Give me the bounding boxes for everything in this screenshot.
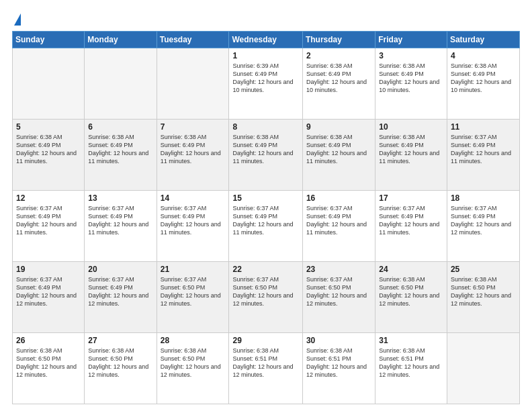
day-number: 3 [379,51,443,60]
day-info: Sunrise: 6:38 AM Sunset: 6:51 PM Dayligh… [306,347,371,379]
day-number: 5 [16,122,81,132]
calendar-header-friday: Friday [375,32,447,48]
day-info: Sunrise: 6:37 AM Sunset: 6:49 PM Dayligh… [451,204,516,237]
calendar-header-saturday: Saturday [447,32,519,48]
day-number: 20 [88,265,152,274]
calendar-week-row: 26Sunrise: 6:38 AM Sunset: 6:50 PM Dayli… [13,333,520,404]
day-info: Sunrise: 6:37 AM Sunset: 6:49 PM Dayligh… [88,204,152,237]
day-number: 30 [306,336,371,345]
day-info: Sunrise: 6:37 AM Sunset: 6:49 PM Dayligh… [451,133,516,166]
day-info: Sunrise: 6:39 AM Sunset: 6:49 PM Dayligh… [232,62,298,95]
day-number: 4 [451,51,516,60]
day-number: 13 [88,193,152,203]
calendar-day-cell: 17Sunrise: 6:37 AM Sunset: 6:49 PM Dayli… [375,191,447,262]
calendar-day-cell: 13Sunrise: 6:37 AM Sunset: 6:49 PM Dayli… [85,191,157,262]
day-number: 11 [451,122,516,132]
day-number: 24 [379,265,443,274]
calendar-day-cell: 16Sunrise: 6:37 AM Sunset: 6:49 PM Dayli… [302,191,375,262]
calendar-day-cell: 28Sunrise: 6:38 AM Sunset: 6:50 PM Dayli… [157,333,229,404]
calendar-day-cell: 19Sunrise: 6:37 AM Sunset: 6:49 PM Dayli… [13,262,85,333]
header [12,12,520,26]
calendar-day-cell: 3Sunrise: 6:38 AM Sunset: 6:49 PM Daylig… [375,48,447,120]
day-info: Sunrise: 6:38 AM Sunset: 6:51 PM Dayligh… [232,347,298,379]
day-info: Sunrise: 6:37 AM Sunset: 6:50 PM Dayligh… [161,275,226,308]
calendar-day-cell: 11Sunrise: 6:37 AM Sunset: 6:49 PM Dayli… [447,120,519,191]
day-number: 25 [451,265,516,274]
calendar-day-cell: 27Sunrise: 6:38 AM Sunset: 6:50 PM Dayli… [85,333,157,404]
day-info: Sunrise: 6:38 AM Sunset: 6:49 PM Dayligh… [306,62,371,95]
calendar-day-cell: 21Sunrise: 6:37 AM Sunset: 6:50 PM Dayli… [157,262,229,333]
day-number: 10 [379,122,443,132]
calendar-header-thursday: Thursday [302,32,375,48]
day-number: 22 [232,265,298,274]
day-number: 29 [232,336,298,345]
calendar-header-wednesday: Wednesday [229,32,302,48]
calendar-day-cell: 18Sunrise: 6:37 AM Sunset: 6:49 PM Dayli… [447,191,519,262]
calendar-header-monday: Monday [85,32,157,48]
calendar-week-row: 19Sunrise: 6:37 AM Sunset: 6:49 PM Dayli… [13,262,520,333]
calendar-day-cell: 15Sunrise: 6:37 AM Sunset: 6:49 PM Dayli… [229,191,302,262]
calendar-day-cell: 29Sunrise: 6:38 AM Sunset: 6:51 PM Dayli… [229,333,302,404]
calendar-week-row: 5Sunrise: 6:38 AM Sunset: 6:49 PM Daylig… [13,120,520,191]
day-number: 12 [16,193,81,203]
day-info: Sunrise: 6:38 AM Sunset: 6:49 PM Dayligh… [379,133,443,166]
calendar-day-cell: 31Sunrise: 6:38 AM Sunset: 6:51 PM Dayli… [375,333,447,404]
calendar-day-cell: 5Sunrise: 6:38 AM Sunset: 6:49 PM Daylig… [13,120,85,191]
day-info: Sunrise: 6:37 AM Sunset: 6:49 PM Dayligh… [16,275,81,308]
calendar-day-cell [447,333,519,404]
calendar-day-cell: 26Sunrise: 6:38 AM Sunset: 6:50 PM Dayli… [13,333,85,404]
day-number: 9 [306,122,371,132]
calendar-day-cell: 25Sunrise: 6:38 AM Sunset: 6:50 PM Dayli… [447,262,519,333]
day-info: Sunrise: 6:38 AM Sunset: 6:49 PM Dayligh… [232,133,298,166]
day-number: 26 [16,336,81,345]
day-info: Sunrise: 6:38 AM Sunset: 6:51 PM Dayligh… [379,347,443,379]
day-info: Sunrise: 6:37 AM Sunset: 6:50 PM Dayligh… [306,275,371,308]
day-info: Sunrise: 6:38 AM Sunset: 6:50 PM Dayligh… [451,275,516,308]
page: SundayMondayTuesdayWednesdayThursdayFrid… [0,0,532,411]
calendar-table: SundayMondayTuesdayWednesdayThursdayFrid… [12,31,520,404]
day-number: 18 [451,193,516,203]
calendar-day-cell: 9Sunrise: 6:38 AM Sunset: 6:49 PM Daylig… [302,120,375,191]
calendar-header-row: SundayMondayTuesdayWednesdayThursdayFrid… [13,32,520,48]
calendar-day-cell: 1Sunrise: 6:39 AM Sunset: 6:49 PM Daylig… [229,48,302,120]
day-info: Sunrise: 6:38 AM Sunset: 6:49 PM Dayligh… [88,133,152,166]
day-info: Sunrise: 6:37 AM Sunset: 6:49 PM Dayligh… [379,204,443,237]
day-number: 31 [379,336,443,345]
logo-triangle-icon [14,13,21,26]
day-info: Sunrise: 6:38 AM Sunset: 6:49 PM Dayligh… [379,62,443,95]
calendar-day-cell: 14Sunrise: 6:37 AM Sunset: 6:49 PM Dayli… [157,191,229,262]
calendar-header-sunday: Sunday [13,32,85,48]
day-number: 17 [379,193,443,203]
day-info: Sunrise: 6:37 AM Sunset: 6:49 PM Dayligh… [232,204,298,237]
day-info: Sunrise: 6:38 AM Sunset: 6:50 PM Dayligh… [379,275,443,308]
day-number: 14 [161,193,226,203]
day-number: 8 [232,122,298,132]
day-info: Sunrise: 6:37 AM Sunset: 6:50 PM Dayligh… [232,275,298,308]
calendar-week-row: 12Sunrise: 6:37 AM Sunset: 6:49 PM Dayli… [13,191,520,262]
calendar-day-cell: 6Sunrise: 6:38 AM Sunset: 6:49 PM Daylig… [85,120,157,191]
calendar-day-cell [157,48,229,120]
calendar-day-cell [13,48,85,120]
calendar-day-cell: 8Sunrise: 6:38 AM Sunset: 6:49 PM Daylig… [229,120,302,191]
day-number: 16 [306,193,371,203]
day-info: Sunrise: 6:38 AM Sunset: 6:50 PM Dayligh… [88,347,152,379]
day-info: Sunrise: 6:37 AM Sunset: 6:49 PM Dayligh… [161,204,226,237]
calendar-day-cell [85,48,157,120]
day-number: 15 [232,193,298,203]
day-info: Sunrise: 6:37 AM Sunset: 6:49 PM Dayligh… [88,275,152,308]
calendar-header-tuesday: Tuesday [157,32,229,48]
day-info: Sunrise: 6:38 AM Sunset: 6:49 PM Dayligh… [451,62,516,95]
calendar-day-cell: 7Sunrise: 6:38 AM Sunset: 6:49 PM Daylig… [157,120,229,191]
calendar-week-row: 1Sunrise: 6:39 AM Sunset: 6:49 PM Daylig… [13,48,520,120]
calendar-day-cell: 22Sunrise: 6:37 AM Sunset: 6:50 PM Dayli… [229,262,302,333]
day-number: 2 [306,51,371,60]
calendar-day-cell: 10Sunrise: 6:38 AM Sunset: 6:49 PM Dayli… [375,120,447,191]
day-number: 28 [161,336,226,345]
calendar-day-cell: 20Sunrise: 6:37 AM Sunset: 6:49 PM Dayli… [85,262,157,333]
day-number: 27 [88,336,152,345]
day-number: 6 [88,122,152,132]
calendar-day-cell: 24Sunrise: 6:38 AM Sunset: 6:50 PM Dayli… [375,262,447,333]
calendar-day-cell: 23Sunrise: 6:37 AM Sunset: 6:50 PM Dayli… [302,262,375,333]
day-number: 7 [161,122,226,132]
day-number: 1 [232,51,298,60]
